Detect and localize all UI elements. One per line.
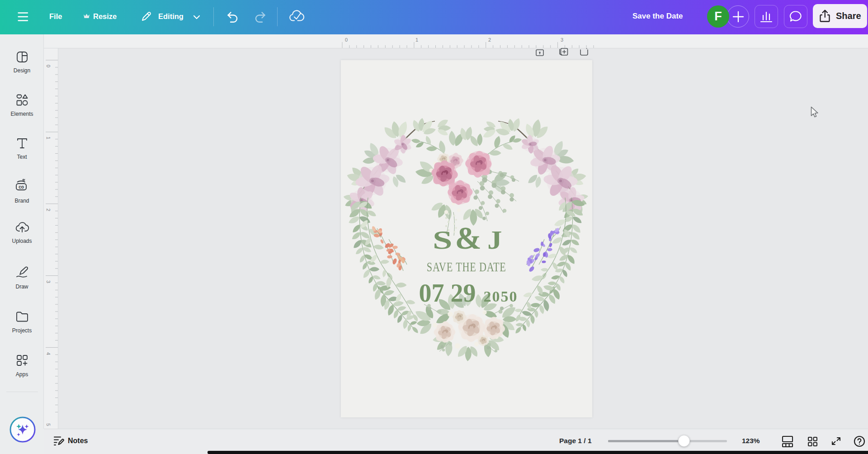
svg-text:co: co <box>19 184 24 189</box>
